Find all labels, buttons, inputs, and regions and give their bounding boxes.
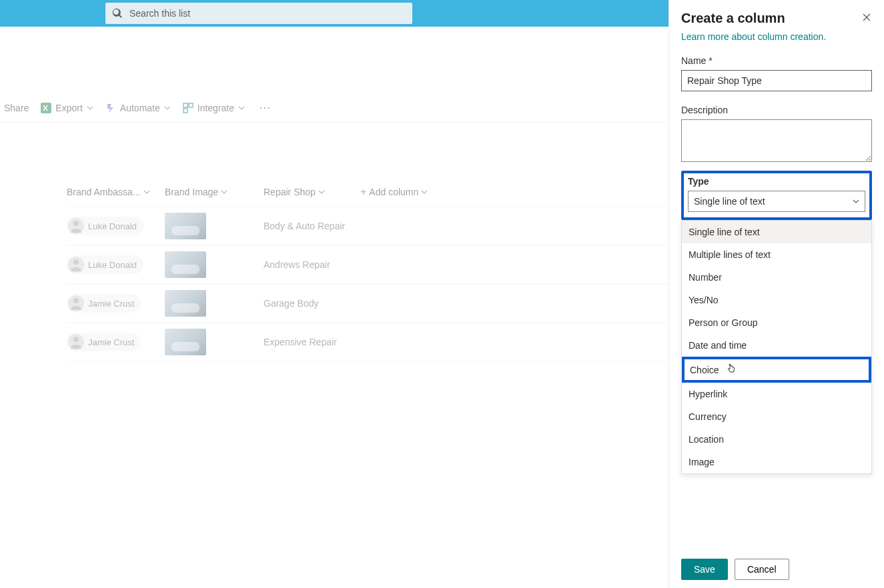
create-column-panel: Create a column Learn more about column … xyxy=(669,0,884,588)
save-button[interactable]: Save xyxy=(681,559,728,580)
search-placeholder: Search this list xyxy=(129,8,190,19)
automate-button[interactable]: Automate xyxy=(105,103,171,113)
share-button[interactable]: Share xyxy=(4,103,29,113)
chevron-down-icon xyxy=(853,198,859,205)
name-input[interactable] xyxy=(681,70,872,91)
column-header-brand-ambassador[interactable]: Brand Ambassa... xyxy=(67,187,165,197)
integrate-button[interactable]: Integrate xyxy=(183,103,245,113)
brand-image-thumbnail[interactable] xyxy=(165,329,206,355)
repair-shop-cell: Andrews Repair xyxy=(264,259,360,270)
type-option-currency[interactable]: Currency xyxy=(682,405,871,428)
automate-icon xyxy=(105,103,116,113)
avatar xyxy=(68,218,84,234)
column-header-repair-shop[interactable]: Repair Shop xyxy=(264,187,360,197)
type-option-location[interactable]: Location xyxy=(682,428,871,451)
panel-title: Create a column xyxy=(681,11,785,26)
chevron-down-icon xyxy=(221,189,228,195)
svg-point-4 xyxy=(73,221,79,226)
description-input[interactable] xyxy=(681,119,872,162)
svg-rect-1 xyxy=(183,103,187,107)
close-icon xyxy=(861,12,872,23)
type-selected-value: Single line of text xyxy=(694,196,765,207)
type-dropdown: Single line of text Multiple lines of te… xyxy=(681,220,872,474)
name-label: Name * xyxy=(681,55,872,66)
repair-shop-cell: Expensive Repair xyxy=(264,337,360,347)
person-chip[interactable]: Luke Donald xyxy=(67,217,143,235)
type-option-number[interactable]: Number xyxy=(682,266,871,289)
panel-footer: Save Cancel xyxy=(681,559,789,580)
svg-point-6 xyxy=(73,298,79,303)
repair-shop-cell: Body & Auto Repair xyxy=(264,221,360,231)
more-button[interactable]: ··· xyxy=(257,103,274,113)
svg-rect-2 xyxy=(189,103,193,107)
avatar xyxy=(68,334,84,350)
description-label: Description xyxy=(681,105,872,115)
chevron-down-icon xyxy=(164,105,171,111)
export-button[interactable]: Export xyxy=(41,103,93,113)
type-option-person-group[interactable]: Person or Group xyxy=(682,311,871,334)
type-option-date-time[interactable]: Date and time xyxy=(682,334,871,357)
chevron-down-icon xyxy=(143,189,150,195)
type-select[interactable]: Single line of text xyxy=(688,191,865,212)
cursor-hand-icon xyxy=(726,363,737,376)
integrate-icon xyxy=(183,103,193,113)
search-icon xyxy=(112,8,123,19)
learn-more-link[interactable]: Learn more about column creation. xyxy=(681,31,826,42)
chevron-down-icon xyxy=(87,105,93,111)
person-chip[interactable]: Luke Donald xyxy=(67,255,143,274)
person-chip[interactable]: Jamie Crust xyxy=(67,333,141,351)
type-field-highlight: Type Single line of text xyxy=(681,171,872,220)
avatar xyxy=(68,295,84,311)
svg-point-5 xyxy=(73,259,79,265)
column-header-brand-image[interactable]: Brand Image xyxy=(165,187,264,197)
avatar xyxy=(68,257,84,273)
person-chip[interactable]: Jamie Crust xyxy=(67,294,141,313)
chevron-down-icon xyxy=(318,189,325,195)
search-input[interactable]: Search this list xyxy=(105,3,412,24)
type-option-multiple-lines[interactable]: Multiple lines of text xyxy=(682,243,871,266)
type-option-image[interactable]: Image xyxy=(682,451,871,473)
chevron-down-icon xyxy=(421,189,428,195)
repair-shop-cell: Garage Body xyxy=(264,298,360,309)
excel-icon xyxy=(41,103,51,113)
svg-rect-3 xyxy=(183,109,187,113)
type-option-yes-no[interactable]: Yes/No xyxy=(682,289,871,311)
brand-image-thumbnail[interactable] xyxy=(165,251,206,278)
close-button[interactable] xyxy=(861,12,872,25)
plus-icon: + xyxy=(360,186,366,198)
type-option-single-line[interactable]: Single line of text xyxy=(682,221,871,243)
chevron-down-icon xyxy=(238,105,245,111)
brand-image-thumbnail[interactable] xyxy=(165,290,206,317)
cancel-button[interactable]: Cancel xyxy=(735,559,789,580)
svg-point-7 xyxy=(73,337,79,342)
type-label: Type xyxy=(688,176,865,187)
type-option-choice[interactable]: Choice xyxy=(682,357,871,383)
type-option-hyperlink[interactable]: Hyperlink xyxy=(682,383,871,405)
brand-image-thumbnail[interactable] xyxy=(165,213,206,239)
add-column-button[interactable]: + Add column xyxy=(360,186,428,198)
